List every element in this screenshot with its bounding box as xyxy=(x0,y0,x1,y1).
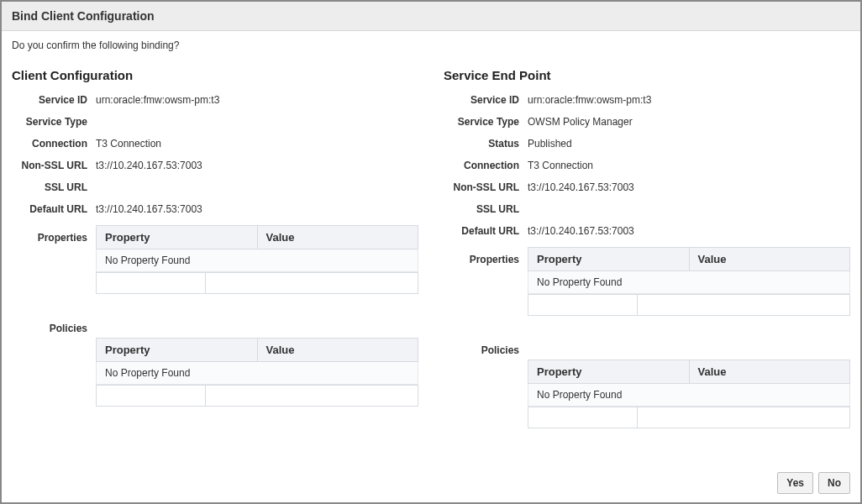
client-connection-value: T3 Connection xyxy=(96,138,161,150)
column-header-property: Property xyxy=(528,360,690,384)
service-status-value: Published xyxy=(528,138,572,150)
service-id-label: Service ID xyxy=(444,94,528,106)
policies-label: Policies xyxy=(12,316,96,334)
table-footer-row xyxy=(96,272,418,294)
connection-label: Connection xyxy=(12,138,96,150)
status-label: Status xyxy=(444,138,528,150)
non-ssl-url-label: Non-SSL URL xyxy=(12,160,96,171)
ssl-url-label: SSL URL xyxy=(444,203,528,215)
column-header-property: Property xyxy=(97,226,258,249)
column-header-value: Value xyxy=(257,226,418,249)
service-id-label: Service ID xyxy=(12,94,96,106)
dialog-body: Do you confirm the following binding? Cl… xyxy=(2,31,860,464)
no-property-cell: No Property Found xyxy=(528,271,850,294)
non-ssl-url-label: Non-SSL URL xyxy=(444,181,528,193)
service-service-id-value: urn:oracle:fmw:owsm-pm:t3 xyxy=(528,94,651,106)
table-row: No Property Found xyxy=(528,271,850,294)
default-url-label: Default URL xyxy=(444,225,528,237)
no-property-cell: No Property Found xyxy=(97,362,418,385)
no-button[interactable]: No xyxy=(818,472,850,494)
client-configuration-heading: Client Configuration xyxy=(12,68,418,82)
no-property-cell: No Property Found xyxy=(528,384,850,407)
column-header-value: Value xyxy=(689,360,850,384)
table-footer-row xyxy=(96,385,418,407)
connection-label: Connection xyxy=(444,160,528,171)
no-property-cell: No Property Found xyxy=(97,249,418,272)
client-configuration-column: Client Configuration Service ID urn:orac… xyxy=(12,68,418,450)
dialog-footer: Yes No xyxy=(2,464,860,502)
column-header-value: Value xyxy=(689,248,850,271)
service-type-label: Service Type xyxy=(444,116,528,128)
yes-button[interactable]: Yes xyxy=(777,472,813,494)
service-connection-value: T3 Connection xyxy=(528,160,593,171)
service-end-point-column: Service End Point Service ID urn:oracle:… xyxy=(444,68,850,450)
service-non-ssl-url-value: t3://10.240.167.53:7003 xyxy=(528,181,634,193)
table-row: No Property Found xyxy=(97,362,418,385)
column-header-value: Value xyxy=(257,339,418,362)
default-url-label: Default URL xyxy=(12,203,96,215)
dialog-title: Bind Client Configuration xyxy=(2,2,860,31)
table-row: No Property Found xyxy=(528,384,850,407)
table-footer-row xyxy=(528,407,850,428)
column-header-property: Property xyxy=(97,339,258,362)
service-type-label: Service Type xyxy=(12,116,96,128)
properties-label: Properties xyxy=(12,225,96,244)
properties-label: Properties xyxy=(444,247,528,265)
service-default-url-value: t3://10.240.167.53:7003 xyxy=(528,225,634,237)
column-header-property: Property xyxy=(528,248,690,271)
client-non-ssl-url-value: t3://10.240.167.53:7003 xyxy=(96,160,202,171)
client-policies-table: Property Value No Property Found xyxy=(96,338,418,385)
client-service-id-value: urn:oracle:fmw:owsm-pm:t3 xyxy=(96,94,219,106)
service-properties-table: Property Value No Property Found xyxy=(528,247,850,294)
bind-client-configuration-dialog: Bind Client Configuration Do you confirm… xyxy=(0,0,862,504)
ssl-url-label: SSL URL xyxy=(12,181,96,193)
table-row: No Property Found xyxy=(97,249,418,272)
confirm-text: Do you confirm the following binding? xyxy=(12,39,850,51)
client-properties-table: Property Value No Property Found xyxy=(96,225,418,272)
client-default-url-value: t3://10.240.167.53:7003 xyxy=(96,203,202,215)
service-service-type-value: OWSM Policy Manager xyxy=(528,116,633,128)
service-end-point-heading: Service End Point xyxy=(444,68,850,82)
table-footer-row xyxy=(528,294,850,316)
service-policies-table: Property Value No Property Found xyxy=(528,360,850,407)
policies-label: Policies xyxy=(444,338,528,356)
